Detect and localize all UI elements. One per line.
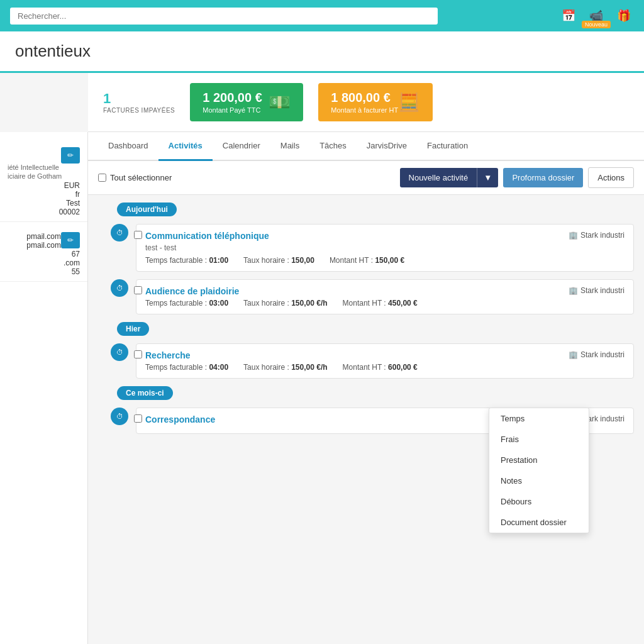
timeline-item-3: ⏱ Recherche 🏢 Stark industri xyxy=(98,343,634,379)
nouvelle-activite-caret[interactable]: ▼ xyxy=(477,168,498,187)
page-header: ontentieux xyxy=(0,31,644,73)
nouvelle-activite-split-button: Nouvelle activité ▼ xyxy=(400,168,499,187)
nav-icons: 📅 📹 Nouveau 🎁 xyxy=(558,7,634,25)
timeline-item-4-checkbox[interactable] xyxy=(134,414,142,423)
gift-icon: 🎁 xyxy=(614,7,634,25)
sidebar-field-societe: iété Intellectuelle xyxy=(8,164,80,171)
timeline-dot-3: ⏱ xyxy=(111,343,128,361)
dropdown-item-document-dossier[interactable]: Document dossier xyxy=(489,512,589,533)
timeline-item-1: ⏱ Communication téléphonique 🏢 Stark ind… xyxy=(98,224,634,272)
nouvelle-activite-button[interactable]: Nouvelle activité xyxy=(400,168,477,187)
dropdown-item-prestation[interactable]: Prestation xyxy=(489,450,589,470)
sidebar-value-com: .com xyxy=(8,258,80,267)
video-nav-button[interactable]: 📹 Nouveau xyxy=(586,7,606,25)
sidebar-value-eur: EUR xyxy=(8,181,80,190)
dropdown-item-temps[interactable]: Temps xyxy=(489,408,589,429)
timeline-dot-4: ⏱ xyxy=(111,408,128,425)
select-all-checkbox[interactable] xyxy=(98,174,106,182)
invoices-stat: 1 FACTURES IMPAYÉES xyxy=(103,91,175,114)
company-icon-1: 🏢 xyxy=(569,231,578,240)
paid-label: Montant Payé TTC xyxy=(203,106,262,114)
dropdown-item-notes[interactable]: Notes xyxy=(489,470,589,491)
timeline-dot-2: ⏱ xyxy=(111,279,128,297)
search-container xyxy=(10,8,438,25)
sidebar-value-55: 55 xyxy=(8,267,80,276)
main-layout: ✏ iété Intellectuelle iciaire de Gotham … xyxy=(0,132,644,644)
calendar-nav-button[interactable]: 📅 xyxy=(558,7,579,25)
paid-stat-card: 1 200,00 € Montant Payé TTC 💵 xyxy=(190,83,303,121)
timeline-item-1-checkbox[interactable] xyxy=(134,231,142,239)
timeline-item-1-subtitle: test - test xyxy=(145,243,625,252)
toolbar-right: Nouvelle activité ▼ Proforma dossier Act… xyxy=(400,167,634,188)
top-navbar: 📅 📹 Nouveau 🎁 xyxy=(0,0,644,31)
dropdown-item-frais[interactable]: Frais xyxy=(489,429,589,450)
timeline-item-3-montant: Montant HT : 600,00 € xyxy=(343,363,418,372)
company-icon-3: 🏢 xyxy=(569,350,578,359)
tab-facturation[interactable]: Facturation xyxy=(417,132,478,161)
timeline-item-1-title[interactable]: Communication téléphonique xyxy=(145,231,269,241)
to-invoice-icon: 🧮 xyxy=(398,92,420,113)
sidebar-value-fr: fr xyxy=(8,190,80,199)
timeline-item-1-company: 🏢 Stark industri xyxy=(569,231,625,240)
timeline-item-2: ⏱ Audience de plaidoirie 🏢 Stark industr… xyxy=(98,279,634,314)
timeline-item-1-meta: Temps facturable : 01:00 Taux horaire : … xyxy=(145,256,625,265)
tab-calendrier[interactable]: Calendrier xyxy=(213,132,270,161)
sidebar-edit-button-1[interactable]: ✏ xyxy=(61,147,80,164)
timeline-item-1-taux: Taux horaire : 150,00 xyxy=(243,256,314,265)
search-input[interactable] xyxy=(10,8,438,25)
timeline-item-3-company: 🏢 Stark industri xyxy=(569,350,625,359)
paid-icon: 💵 xyxy=(269,92,291,113)
invoices-label: FACTURES IMPAYÉES xyxy=(103,107,175,114)
stats-bar: 1 FACTURES IMPAYÉES 1 200,00 € Montant P… xyxy=(88,73,644,132)
timeline-item-2-taux: Taux horaire : 150,00 €/h xyxy=(243,299,327,308)
timeline-card-2[interactable]: Audience de plaidoirie 🏢 Stark industri … xyxy=(136,279,634,314)
paid-amount: 1 200,00 € xyxy=(203,91,262,105)
nouveau-badge: Nouveau xyxy=(582,21,611,28)
section-label-ce-mois: Ce mois-ci xyxy=(117,386,173,400)
sidebar-value-00002: 00002 xyxy=(8,208,80,216)
timeline-item-1-temps: Temps facturable : 01:00 xyxy=(145,256,228,265)
tab-jarvisdrive[interactable]: JarvisDrive xyxy=(357,132,417,161)
content-area: Dashboard Activités Calendrier Mails Tâc… xyxy=(88,132,644,644)
company-icon-2: 🏢 xyxy=(569,286,578,295)
page-title: ontentieux xyxy=(15,42,629,61)
actions-button[interactable]: Actions xyxy=(588,167,634,188)
section-label-hier: Hier xyxy=(117,322,149,336)
sidebar-section-2: ✏ pmail.com pmail.com 67 .com 55 xyxy=(0,227,87,282)
timeline-card-3[interactable]: Recherche 🏢 Stark industri Temps factura… xyxy=(136,343,634,379)
toolbar-left: Tout sélectionner xyxy=(98,173,172,182)
section-label-aujourdhui: Aujourd'hui xyxy=(117,203,177,216)
sidebar-value-67: 67 xyxy=(8,250,80,258)
timeline-item-2-meta: Temps facturable : 03:00 Taux horaire : … xyxy=(145,299,625,308)
sidebar-edit-button-2[interactable]: ✏ xyxy=(61,232,80,248)
tab-activites[interactable]: Activités xyxy=(158,132,213,161)
invoices-count: 1 xyxy=(103,91,175,107)
timeline-item-4-title[interactable]: Correspondance xyxy=(145,414,215,425)
timeline-item-3-title[interactable]: Recherche xyxy=(145,350,191,360)
tab-taches[interactable]: Tâches xyxy=(309,132,357,161)
sidebar-field-judiciaire: iciaire de Gotham xyxy=(8,172,80,180)
timeline-item-2-montant: Montant HT : 450,00 € xyxy=(343,299,418,308)
timeline-item-3-meta: Temps facturable : 04:00 Taux horaire : … xyxy=(145,363,625,372)
timeline-card-1[interactable]: Communication téléphonique 🏢 Stark indus… xyxy=(136,224,634,272)
timeline-item-3-taux: Taux horaire : 150,00 €/h xyxy=(243,363,327,372)
timeline-item-2-checkbox[interactable] xyxy=(134,286,142,294)
timeline-item-2-title[interactable]: Audience de plaidoirie xyxy=(145,286,239,296)
dropdown-item-debours[interactable]: Débours xyxy=(489,491,589,512)
to-invoice-amount: 1 800,00 € xyxy=(331,91,398,105)
proforma-button[interactable]: Proforma dossier xyxy=(503,168,583,187)
timeline-item-3-temps: Temps facturable : 04:00 xyxy=(145,363,228,372)
timeline-item-2-company: 🏢 Stark industri xyxy=(569,286,625,295)
select-all-label[interactable]: Tout sélectionner xyxy=(98,173,172,182)
tab-dashboard[interactable]: Dashboard xyxy=(98,132,158,161)
sidebar-value-test: Test xyxy=(8,199,80,208)
select-all-text: Tout sélectionner xyxy=(110,173,172,182)
sidebar: ✏ iété Intellectuelle iciaire de Gotham … xyxy=(0,132,88,644)
tabs-container: Dashboard Activités Calendrier Mails Tâc… xyxy=(88,132,644,161)
gift-nav-button[interactable]: 🎁 xyxy=(614,7,634,25)
timeline-item-3-checkbox[interactable] xyxy=(134,350,142,358)
tab-mails[interactable]: Mails xyxy=(270,132,309,161)
to-invoice-label: Montant à facturer HT xyxy=(331,106,398,114)
nouvelle-activite-dropdown: Temps Frais Prestation Notes Débours Doc… xyxy=(489,408,589,533)
timeline-item-2-temps: Temps facturable : 03:00 xyxy=(145,299,228,308)
